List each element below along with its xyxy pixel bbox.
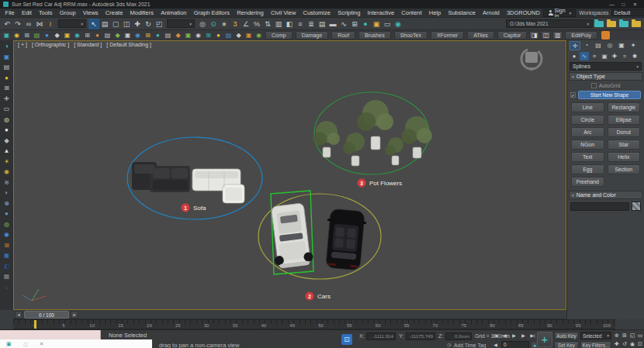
menu-arnold[interactable]: Arnold [479,9,503,16]
time-slider-prev-icon[interactable]: ◂ [15,311,23,319]
menu-animation[interactable]: Animation [158,9,191,16]
menu-tools[interactable]: Tools [35,9,56,16]
space-warps-category[interactable]: ≈ [620,52,629,60]
shape-button-rectangle[interactable]: Rectangle [608,102,641,112]
menu-file[interactable]: File [2,9,18,16]
left-tool-icon[interactable]: ▤ [2,63,12,72]
menu-help[interactable]: Help [425,9,445,16]
menu-customize[interactable]: Customize [299,9,334,16]
next-frame-button[interactable]: ▶ [519,332,528,339]
left-tool-icon[interactable]: ⊕ [2,199,12,208]
plugin-button-capitor[interactable]: Capitor [497,31,528,40]
plugin-orange-icon[interactable] [601,31,610,40]
menu-interactive[interactable]: Interactive [364,9,398,16]
plugin-tool-icon[interactable]: ⊞ [22,31,32,40]
menu-group[interactable]: Group [56,9,79,16]
menu-content[interactable]: Content [398,9,425,16]
sign-in-button[interactable]: Sign In ▾ [543,9,576,17]
plugin-button-comp[interactable]: Comp [265,31,293,40]
y-coordinate-field[interactable]: -11175.749 [406,332,435,340]
systems-category[interactable]: ✱ [630,52,639,60]
plugin-tool-icon[interactable]: ● [92,31,102,40]
object-type-rollout-header[interactable]: ▾ Object Type [569,72,642,81]
plugin-tool-icon[interactable]: ▣ [183,31,193,40]
utilities-tab[interactable]: ✦ [628,41,639,50]
shape-button-arc[interactable]: Arc [571,127,604,137]
plugin-tool-icon[interactable]: ◆ [113,31,123,40]
plugin-tool-icon[interactable]: ▣ [244,31,254,40]
current-frame-marker[interactable] [34,320,36,329]
render-production-icon[interactable]: ◉ [393,19,403,29]
maxscript-listener-macro-line[interactable] [0,330,101,339]
render-setup-icon[interactable]: ▣ [371,19,382,29]
pot-flowers-objects[interactable] [313,100,432,166]
track-bar[interactable]: 0510152025303540455055606570758085909510… [13,319,615,329]
white-sofa-object[interactable] [192,169,244,203]
white-suv-object[interactable] [268,202,313,268]
maximize-button[interactable]: □ [618,0,629,9]
shape-button-donut[interactable]: Donut [608,127,641,137]
menu-edit[interactable]: Edit [18,9,35,16]
shape-button-helix[interactable]: Helix [608,152,641,162]
previous-frame-button[interactable]: ◀ [500,332,509,339]
zoom-region-icon[interactable]: ▭ [636,331,644,339]
shape-button-circle[interactable]: Circle [571,115,604,125]
modify-tab[interactable]: ◔ [581,41,592,50]
plugin-button-atiles[interactable]: ATiles [467,31,494,40]
spinner-snap-icon[interactable]: ⇅ [262,19,273,29]
align-icon[interactable]: ≡ [295,19,306,29]
lights-category[interactable]: ¤ [590,52,599,60]
open-folder-icon[interactable] [594,21,604,27]
left-tool-icon[interactable]: ⊞ [2,241,12,250]
curve-editor-icon[interactable]: ∿ [338,19,349,29]
viewport-menu-general[interactable]: [ + ] [18,42,27,47]
name-color-rollout-header[interactable]: ▾ Name and Color [569,191,642,199]
left-tool-icon[interactable]: ▲ [2,146,12,156]
plugin-tool-icon[interactable]: ◉ [254,31,264,40]
play-button[interactable]: ▶ [510,332,518,339]
left-tool-icon[interactable]: ◉ [2,167,12,177]
zoom-icon[interactable]: ⊕ [613,331,621,339]
left-tool-icon[interactable]: ◍ [2,220,12,229]
left-tool-icon[interactable]: ◌ [2,283,12,292]
left-tool-icon[interactable]: ◗ [2,188,12,198]
left-tool-icon[interactable]: ⊞ [2,84,12,93]
auto-key-button[interactable]: Auto Key [554,332,579,339]
plugin-tool-icon[interactable]: ⊞ [82,31,92,40]
plugin-tool-icon[interactable]: ▤ [102,31,113,40]
shape-button-section[interactable]: Section [608,164,641,174]
create-tab[interactable]: ✛ [570,41,580,50]
plugin-button-roof[interactable]: Roof [331,31,355,40]
shape-category-dropdown[interactable]: Splines ▾ [570,62,642,71]
plugin-tool-icon[interactable]: ◉ [72,31,82,40]
export-folder-icon[interactable] [632,21,641,27]
orbit-icon[interactable]: ↺ [621,339,628,348]
go-to-start-button[interactable]: |◀ [491,332,500,339]
left-tool-icon[interactable]: ◧ [2,262,12,271]
editpoly-button[interactable]: EditPoly [565,31,597,40]
shape-button-star[interactable]: Star [608,140,641,150]
add-button[interactable]: + [537,332,552,347]
key-filters-button[interactable]: Key Filters... [580,341,611,348]
walk-through-icon[interactable]: ◉ [628,339,636,348]
cameras-category[interactable]: ▣ [600,52,609,60]
plugin-tool-icon[interactable]: ◆ [234,31,244,40]
use-pivot-center-icon[interactable]: ◎ [197,19,208,29]
left-tool-icon[interactable]: ● [2,126,12,135]
shape-button-freehand[interactable]: Freehand [571,177,604,187]
set-key-button[interactable]: Set Key [554,341,579,348]
minimize-button[interactable]: — [606,0,618,9]
maxscript-icon[interactable]: ▣ [6,341,12,347]
display-tab[interactable]: ▣ [616,41,627,50]
autogrid-checkbox[interactable] [591,83,597,88]
isolate-selection-toggle[interactable]: ⊡ [341,334,352,345]
ribbon-toggle-icon[interactable]: ▬ [327,19,338,29]
schematic-view-icon[interactable]: ⊞ [349,19,360,29]
plugin-tool-icon[interactable]: ▣ [62,31,72,40]
unlink-selection-icon[interactable]: ⋈ [34,19,45,29]
plugin-tool-icon[interactable]: ▣ [2,31,12,40]
plugin-box-icon[interactable]: ▥ [552,31,563,40]
current-frame-field[interactable]: 0 [501,341,529,348]
shape-button-egg[interactable]: Egg [571,164,604,174]
plugin-box-icon[interactable]: ◨ [529,31,539,40]
